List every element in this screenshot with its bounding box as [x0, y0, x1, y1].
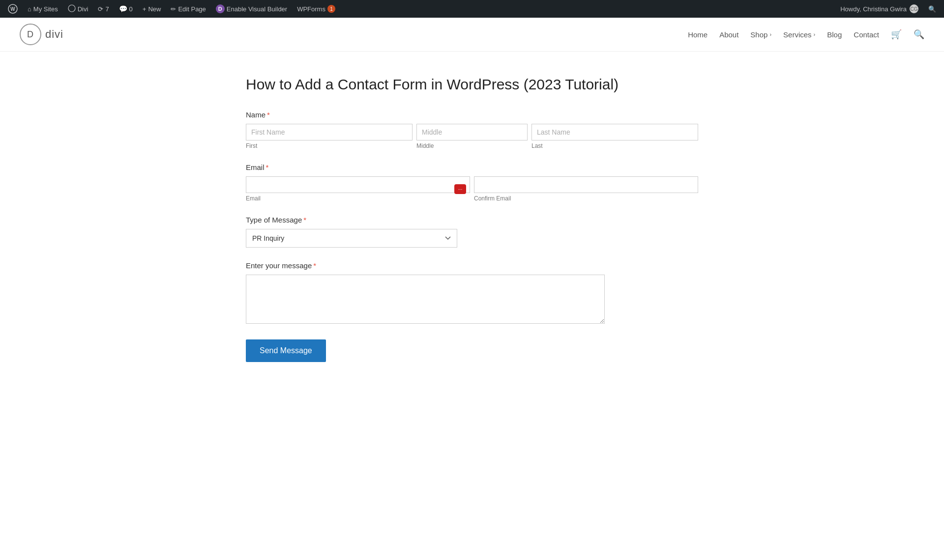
email-input[interactable]: [246, 176, 470, 193]
last-name-input[interactable]: [531, 124, 698, 140]
admin-bar-wpforms[interactable]: WPForms 1: [293, 0, 339, 18]
admin-bar: W ⌂ My Sites Divi ⟳ 7 💬 0 + New ✏ Edit P…: [0, 0, 944, 18]
email-autofill-icon[interactable]: ···: [454, 184, 466, 194]
admin-bar-right: Howdy, Christina Gwira CG 🔍: [836, 4, 940, 13]
updates-icon: ⟳: [98, 5, 103, 13]
nav-home-label: Home: [688, 30, 708, 39]
divi-purple-icon: D: [216, 4, 225, 13]
last-name-sub-label: Last: [531, 142, 698, 149]
middle-name-input[interactable]: [416, 124, 528, 140]
nav-blog-label: Blog: [827, 30, 842, 39]
svg-text:W: W: [10, 6, 15, 12]
divi-label: Divi: [78, 5, 88, 13]
comments-count: 0: [129, 5, 133, 13]
house-icon: ⌂: [28, 5, 31, 13]
email-fields: ··· Email Confirm Email: [246, 176, 698, 202]
type-required-star: *: [303, 216, 306, 224]
divi-site-icon: [68, 4, 76, 14]
visual-builder-label: Enable Visual Builder: [227, 5, 287, 13]
message-label: Enter your message*: [246, 261, 698, 270]
services-chevron-icon: ›: [814, 31, 816, 37]
confirm-email-wrapper: Confirm Email: [474, 176, 698, 202]
wpforms-label: WPForms: [297, 5, 325, 13]
mysites-label: My Sites: [33, 5, 58, 13]
nav-services-label: Services: [783, 30, 812, 39]
edit-page-label: Edit Page: [178, 5, 206, 13]
admin-bar-search[interactable]: 🔍: [924, 5, 940, 13]
site-logo[interactable]: D divi: [20, 24, 63, 45]
admin-bar-comments[interactable]: 💬 0: [115, 0, 137, 18]
form-group-name: Name* First Middle Last: [246, 111, 698, 149]
admin-search-icon: 🔍: [928, 5, 936, 13]
type-select[interactable]: PR Inquiry General Inquiry Support Other: [246, 229, 457, 248]
logo-letter: D: [27, 29, 34, 40]
nav-item-home[interactable]: Home: [688, 30, 708, 39]
email-field-wrapper: ··· Email: [246, 176, 470, 202]
admin-bar-visual-builder[interactable]: D Enable Visual Builder: [212, 0, 291, 18]
nav-search-icon[interactable]: 🔍: [914, 29, 924, 40]
admin-bar-howdy[interactable]: Howdy, Christina Gwira CG: [836, 4, 922, 13]
name-label: Name*: [246, 111, 698, 119]
nav-item-about[interactable]: About: [719, 30, 738, 39]
new-label: New: [148, 5, 161, 13]
logo-text: divi: [45, 28, 63, 41]
nav-item-blog[interactable]: Blog: [827, 30, 842, 39]
comments-icon: 💬: [119, 5, 127, 13]
email-sub-label: Email: [246, 195, 470, 202]
howdy-label: Howdy, Christina Gwira: [840, 5, 907, 13]
form-group-email: Email* ··· Email Confirm Email: [246, 163, 698, 202]
email-label: Email*: [246, 163, 698, 171]
nav-cart-icon[interactable]: 🛒: [891, 29, 902, 40]
logo-circle: D: [20, 24, 41, 45]
send-message-button[interactable]: Send Message: [246, 339, 326, 362]
first-name-input[interactable]: [246, 124, 413, 140]
nav-about-label: About: [719, 30, 738, 39]
message-required-star: *: [313, 261, 316, 270]
nav-contact-label: Contact: [854, 30, 879, 39]
confirm-email-input[interactable]: [474, 176, 698, 193]
contact-form: Name* First Middle Last Email*: [246, 111, 698, 362]
shop-chevron-icon: ›: [769, 31, 771, 37]
middle-name-group: Middle: [416, 124, 528, 149]
message-textarea[interactable]: [246, 275, 605, 324]
wpforms-badge: 1: [327, 5, 335, 13]
nav-item-services[interactable]: Services ›: [783, 30, 815, 39]
first-name-group: First: [246, 124, 413, 149]
site-header: D divi Home About Shop › Services › Blog…: [0, 18, 944, 52]
admin-bar-updates[interactable]: ⟳ 7: [94, 0, 113, 18]
admin-bar-wp-icon[interactable]: W: [4, 0, 22, 18]
nav-item-shop[interactable]: Shop ›: [750, 30, 771, 39]
admin-bar-divi[interactable]: Divi: [64, 0, 92, 18]
updates-count: 7: [105, 5, 109, 13]
wordpress-icon: W: [8, 4, 18, 14]
site-nav: Home About Shop › Services › Blog Contac…: [688, 29, 924, 40]
first-name-sub-label: First: [246, 142, 413, 149]
svg-point-2: [68, 5, 75, 12]
pencil-icon: ✏: [171, 5, 176, 13]
last-name-group: Last: [531, 124, 698, 149]
user-avatar: CG: [910, 4, 918, 13]
page-title: How to Add a Contact Form in WordPress (…: [246, 76, 698, 93]
form-group-message: Enter your message*: [246, 261, 698, 326]
name-fields: First Middle Last: [246, 124, 698, 149]
main-content: How to Add a Contact Form in WordPress (…: [236, 52, 708, 401]
admin-bar-mysites[interactable]: ⌂ My Sites: [24, 0, 62, 18]
nav-shop-label: Shop: [750, 30, 767, 39]
form-group-type: Type of Message* PR Inquiry General Inqu…: [246, 216, 698, 248]
plus-icon: +: [143, 5, 147, 13]
confirm-email-sub-label: Confirm Email: [474, 195, 698, 202]
email-required-star: *: [266, 163, 269, 171]
admin-bar-new[interactable]: + New: [139, 0, 165, 18]
admin-bar-edit-page[interactable]: ✏ Edit Page: [167, 0, 209, 18]
name-required-star: *: [267, 111, 270, 119]
type-label: Type of Message*: [246, 216, 698, 224]
nav-item-contact[interactable]: Contact: [854, 30, 879, 39]
middle-name-sub-label: Middle: [416, 142, 528, 149]
